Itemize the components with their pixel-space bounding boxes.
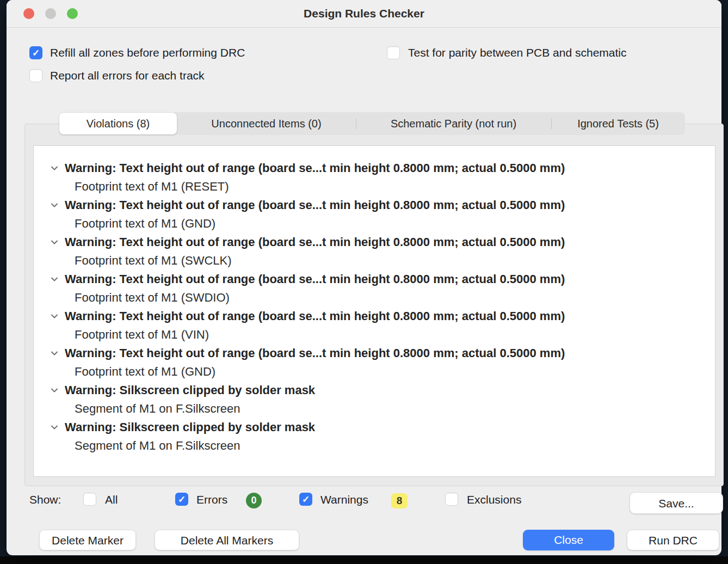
violations-list[interactable]: Warning: Text height out of range (board… bbox=[33, 145, 715, 477]
checkmark-icon: ✓ bbox=[32, 48, 40, 58]
close-window-icon[interactable] bbox=[23, 8, 34, 19]
show-errors-checkbox[interactable]: ✓ bbox=[175, 493, 188, 506]
tab-ignored-tests[interactable]: Ignored Tests (5) bbox=[551, 112, 685, 135]
refill-zones-label: Refill all zones before performing DRC bbox=[50, 46, 245, 59]
show-all-label: All bbox=[105, 493, 118, 506]
violation-detail[interactable]: Footprint text of M1 (GND) bbox=[75, 214, 711, 233]
tab-schematic-parity[interactable]: Schematic Parity (not run) bbox=[356, 112, 551, 135]
violation-detail[interactable]: Footprint text of M1 (SWDIO) bbox=[75, 289, 711, 307]
checkmark-icon: ✓ bbox=[178, 495, 186, 504]
violation-detail[interactable]: Footprint text of M1 (VIN) bbox=[75, 326, 711, 344]
violation-item[interactable]: Warning: Text height out of range (board… bbox=[50, 270, 711, 307]
violation-item[interactable]: Warning: Silkscreen clipped by solder ma… bbox=[50, 381, 711, 418]
violation-message: Warning: Text height out of range (board… bbox=[65, 235, 565, 249]
show-warnings-checkbox[interactable]: ✓ bbox=[299, 493, 312, 506]
delete-all-markers-button[interactable]: Delete All Markers bbox=[155, 530, 299, 550]
show-exclusions-checkbox[interactable]: ✓ bbox=[445, 493, 458, 506]
show-all-checkbox[interactable]: ✓ bbox=[83, 493, 96, 506]
violation-item[interactable]: Warning: Text height out of range (board… bbox=[50, 344, 711, 381]
violation-item[interactable]: Warning: Text height out of range (board… bbox=[50, 196, 711, 233]
save-button[interactable]: Save... bbox=[630, 492, 723, 514]
chevron-down-icon[interactable] bbox=[50, 274, 59, 284]
violation-item[interactable]: Warning: Text height out of range (board… bbox=[50, 233, 711, 270]
violation-message: Warning: Text height out of range (board… bbox=[65, 346, 565, 360]
chevron-down-icon[interactable] bbox=[50, 200, 59, 210]
chevron-down-icon[interactable] bbox=[50, 163, 59, 173]
violation-detail[interactable]: Segment of M1 on F.Silkscreen bbox=[75, 400, 711, 418]
delete-marker-button[interactable]: Delete Marker bbox=[39, 530, 136, 550]
tab-unconnected-items[interactable]: Unconnected Items (0) bbox=[177, 112, 356, 135]
violation-message: Warning: Text height out of range (board… bbox=[65, 272, 565, 286]
violation-message: Warning: Silkscreen clipped by solder ma… bbox=[65, 420, 315, 434]
minimize-window-icon bbox=[45, 8, 56, 19]
zoom-window-icon[interactable] bbox=[67, 8, 78, 19]
warnings-count-badge: 8 bbox=[391, 493, 408, 508]
violation-detail[interactable]: Segment of M1 on F.Silkscreen bbox=[75, 437, 711, 455]
dialog-title: Design Rules Checker bbox=[7, 0, 721, 27]
screen: Design Rules Checker ✓ Refill all zones … bbox=[0, 0, 728, 564]
window-controls bbox=[23, 8, 78, 19]
violation-detail[interactable]: Footprint text of M1 (GND) bbox=[75, 363, 711, 381]
test-parity-checkbox[interactable]: ✓ bbox=[387, 46, 400, 59]
chevron-down-icon[interactable] bbox=[50, 422, 59, 432]
violation-message: Warning: Text height out of range (board… bbox=[65, 309, 565, 323]
chevron-down-icon[interactable] bbox=[50, 237, 59, 247]
checkmark-icon: ✓ bbox=[302, 495, 310, 504]
violation-item[interactable]: Warning: Text height out of range (board… bbox=[50, 307, 711, 344]
errors-count-badge: 0 bbox=[246, 493, 262, 508]
desktop-background-strip bbox=[0, 556, 728, 564]
violation-detail[interactable]: Footprint text of M1 (SWCLK) bbox=[75, 252, 711, 270]
show-errors-label: Errors bbox=[196, 493, 227, 506]
tab-violations[interactable]: Violations (8) bbox=[59, 113, 177, 134]
show-exclusions-label: Exclusions bbox=[467, 493, 521, 506]
drc-dialog-window: Design Rules Checker ✓ Refill all zones … bbox=[7, 0, 721, 555]
refill-zones-checkbox[interactable]: ✓ bbox=[29, 46, 42, 59]
title-bar[interactable]: Design Rules Checker bbox=[7, 0, 721, 28]
run-drc-button[interactable]: Run DRC bbox=[627, 530, 719, 550]
close-button[interactable]: Close bbox=[523, 530, 614, 550]
show-warnings-label: Warnings bbox=[320, 493, 368, 506]
show-label: Show: bbox=[29, 493, 61, 506]
report-all-errors-label: Report all errors for each track bbox=[50, 69, 205, 82]
tab-bar: Violations (8) Unconnected Items (0) Sch… bbox=[59, 112, 685, 135]
violation-item[interactable]: Warning: Text height out of range (board… bbox=[50, 159, 711, 196]
chevron-down-icon[interactable] bbox=[50, 348, 59, 358]
report-all-errors-checkbox[interactable]: ✓ bbox=[29, 69, 42, 82]
violation-message: Warning: Silkscreen clipped by solder ma… bbox=[65, 383, 315, 397]
violation-item[interactable]: Warning: Silkscreen clipped by solder ma… bbox=[50, 418, 711, 455]
violation-detail[interactable]: Footprint text of M1 (RESET) bbox=[75, 177, 711, 196]
violation-message: Warning: Text height out of range (board… bbox=[65, 198, 565, 212]
chevron-down-icon[interactable] bbox=[50, 311, 59, 321]
violation-message: Warning: Text height out of range (board… bbox=[65, 161, 565, 175]
chevron-down-icon[interactable] bbox=[50, 385, 59, 395]
test-parity-label: Test for parity between PCB and schemati… bbox=[408, 46, 627, 59]
